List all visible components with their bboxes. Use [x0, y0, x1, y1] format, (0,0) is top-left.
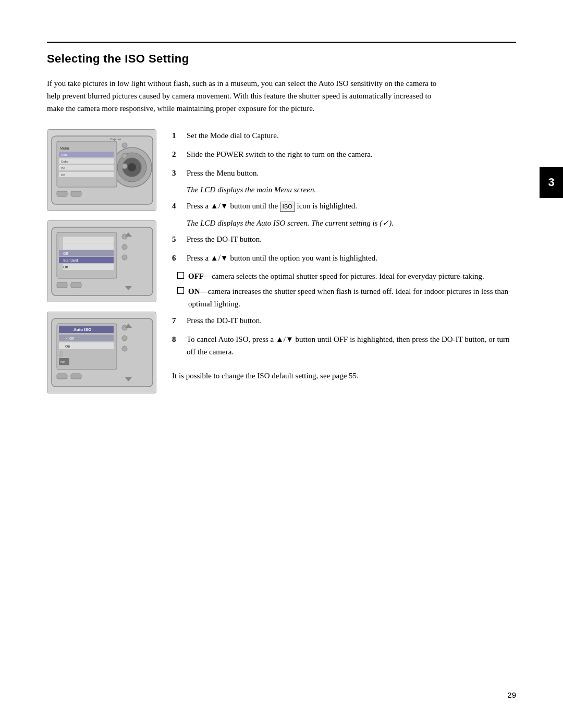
svg-point-16	[122, 143, 127, 148]
images-column: Menu Real Color Off Off	[47, 129, 156, 393]
svg-rect-61	[71, 374, 81, 379]
svg-point-56	[122, 336, 127, 341]
svg-text:Off: Off	[61, 167, 65, 170]
footer-note: It is possible to change the ISO default…	[172, 369, 516, 382]
svg-rect-34	[59, 243, 63, 250]
svg-text:Menu: Menu	[60, 146, 69, 150]
svg-point-17	[122, 153, 127, 158]
step-7-number: 7	[172, 314, 181, 327]
svg-text:Capture: Capture	[110, 138, 121, 141]
svg-rect-26	[59, 243, 114, 250]
step-3-note: The LCD displays the main Menu screen.	[172, 186, 516, 194]
step-8-number: 8	[172, 333, 181, 358]
step-6-bullets: OFF—camera selects the optimal shutter s…	[172, 270, 516, 310]
step-2: 2 Slide the POWER switch to the right to…	[172, 148, 516, 161]
bullet-off-text: OFF—camera selects the optimal shutter s…	[188, 270, 484, 282]
svg-rect-33	[59, 237, 63, 243]
step-6-text: Press a ▲/▼ button until the option you …	[187, 252, 377, 264]
chapter-number: 3	[548, 176, 554, 189]
svg-rect-60	[57, 374, 67, 379]
svg-rect-52	[59, 351, 63, 357]
svg-text:Color: Color	[61, 160, 68, 163]
svg-rect-35	[59, 264, 63, 270]
step-2-number: 2	[172, 148, 181, 161]
section-title: Selecting the ISO Setting	[47, 52, 516, 66]
svg-rect-19	[57, 191, 67, 196]
content-area: Menu Real Color Off Off	[47, 129, 516, 393]
svg-rect-42	[71, 282, 81, 288]
bullet-on: ON—camera increases the shutter speed wh…	[172, 286, 516, 310]
svg-text:Real: Real	[61, 153, 67, 156]
svg-text:On: On	[65, 344, 70, 348]
step-8-text: To cancel Auto ISO, press a ▲/▼ button u…	[187, 333, 516, 358]
step-1-number: 1	[172, 129, 181, 142]
step-7-text: Press the DO-IT button.	[187, 314, 262, 327]
svg-rect-12	[59, 165, 114, 170]
bullet-off: OFF—camera selects the optimal shutter s…	[172, 270, 516, 282]
steps-column: 1 Set the Mode dial to Capture. 2 Slide …	[172, 129, 516, 382]
step-2-text: Slide the POWER switch to the right to t…	[187, 148, 373, 161]
camera-image-1: Menu Real Color Off Off	[47, 129, 156, 211]
step-3-number: 3	[172, 167, 181, 179]
svg-rect-14	[59, 172, 114, 177]
bullet-checkbox-off	[177, 272, 184, 279]
svg-text:ISO: ISO	[60, 361, 66, 364]
intro-paragraph: If you take pictures in low light withou…	[47, 77, 443, 115]
page-number: 29	[507, 690, 516, 699]
top-rule	[47, 42, 516, 43]
svg-point-38	[122, 255, 127, 260]
svg-rect-25	[59, 237, 114, 243]
step-5-text: Press the DO-IT button.	[187, 233, 262, 245]
svg-text:Off: Off	[61, 174, 65, 177]
step-5-number: 5	[172, 233, 181, 245]
chapter-tab: 3	[540, 167, 563, 198]
step-1-text: Set the Mode dial to Capture.	[187, 129, 279, 142]
step-8: 8 To cancel Auto ISO, press a ▲/▼ button…	[172, 333, 516, 358]
camera-image-3: Auto ISO ✓ Off On ISO	[47, 312, 156, 393]
svg-text:Off: Off	[63, 252, 68, 255]
svg-point-18	[122, 164, 127, 169]
step-4-note: The LCD displays the Auto ISO screen. Th…	[172, 218, 516, 228]
step-5: 5 Press the DO-IT button.	[172, 233, 516, 245]
step-4-number: 4	[172, 200, 181, 212]
step-4: 4 Press a ▲/▼ button until the ISO icon …	[172, 200, 516, 212]
step-3: 3 Press the Menu button.	[172, 167, 516, 179]
bullet-on-text: ON—camera increases the shutter speed wh…	[188, 286, 516, 310]
svg-text:Off: Off	[63, 265, 68, 269]
bullet-checkbox-on	[177, 287, 184, 294]
svg-point-37	[122, 244, 127, 250]
svg-text:✓ Off: ✓ Off	[65, 337, 74, 340]
step-6: 6 Press a ▲/▼ button until the option yo…	[172, 252, 516, 264]
step-1: 1 Set the Mode dial to Capture.	[172, 129, 516, 142]
svg-rect-41	[57, 282, 67, 288]
step-6-number: 6	[172, 252, 181, 264]
step-4-text: Press a ▲/▼ button until the ISO icon is…	[187, 200, 357, 212]
svg-text:Auto ISO: Auto ISO	[74, 327, 91, 332]
camera-image-2: Off Standard Off	[47, 220, 156, 302]
svg-rect-20	[71, 191, 81, 196]
page-container: 3 Selecting the ISO Setting If you take …	[0, 0, 563, 728]
svg-point-5	[128, 163, 136, 171]
step-3-text: Press the Menu button.	[187, 167, 259, 179]
svg-text:Standard: Standard	[63, 258, 78, 262]
svg-point-57	[122, 346, 127, 351]
step-7: 7 Press the DO-IT button.	[172, 314, 516, 327]
